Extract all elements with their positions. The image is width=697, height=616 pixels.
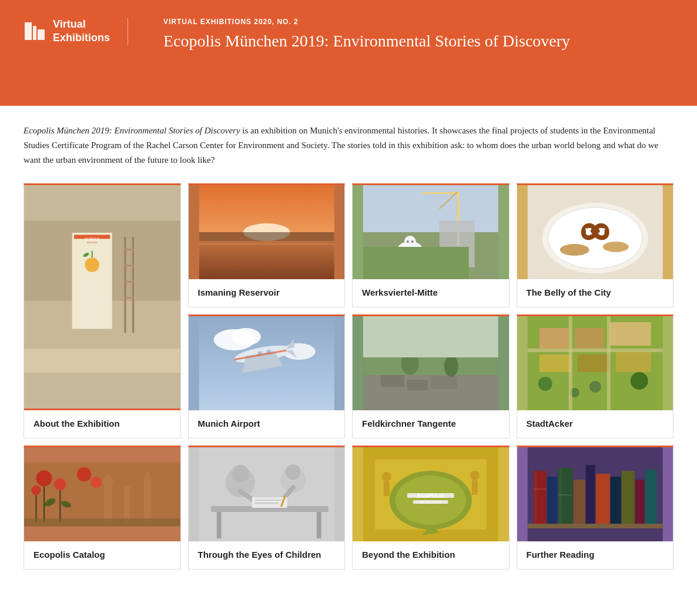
svg-rect-85 [104, 483, 112, 523]
svg-text:ECOPOLIS: ECOPOLIS [85, 238, 99, 241]
svg-rect-136 [534, 488, 545, 490]
main-content: Ecopolis München 2019: Environmental Sto… [0, 106, 697, 587]
svg-rect-59 [431, 376, 457, 389]
card-label: About the Exhibition [24, 409, 180, 438]
svg-rect-135 [645, 470, 656, 524]
card-belly-of-city[interactable]: The Belly of the City [517, 183, 674, 307]
card-ismaning-reservoir[interactable]: Ismaning Reservoir [188, 183, 346, 307]
svg-point-41 [585, 228, 587, 230]
svg-rect-119 [384, 481, 390, 496]
svg-rect-18 [24, 349, 180, 373]
svg-rect-57 [381, 375, 404, 387]
card-label: Ismaning Reservoir [189, 279, 345, 307]
svg-point-80 [54, 478, 66, 490]
svg-point-71 [538, 377, 552, 391]
svg-point-32 [407, 240, 409, 243]
svg-rect-98 [316, 512, 321, 538]
svg-rect-75 [568, 316, 572, 410]
card-label: Beyond the Exhibition [353, 541, 509, 569]
svg-rect-137 [558, 494, 572, 496]
logo-text: Virtual Exhibitions [53, 18, 110, 45]
svg-point-72 [589, 381, 601, 393]
svg-point-33 [411, 240, 414, 243]
svg-point-90 [77, 467, 92, 482]
site-logo[interactable]: Virtual Exhibitions [24, 18, 128, 45]
card-label: Further Reading [517, 541, 673, 569]
svg-point-37 [548, 207, 642, 269]
svg-rect-15 [124, 265, 134, 267]
svg-rect-27 [422, 192, 460, 194]
svg-rect-97 [216, 512, 221, 538]
svg-rect-123 [527, 524, 662, 528]
svg-rect-5 [72, 233, 112, 329]
card-label: The Belly of the City [517, 279, 673, 307]
svg-point-118 [382, 472, 391, 481]
svg-rect-12 [124, 237, 126, 333]
card-ecopolis-catalog[interactable]: Ecopolis Catalog [24, 446, 181, 570]
svg-rect-58 [407, 380, 428, 390]
svg-point-31 [404, 236, 416, 247]
svg-rect-126 [547, 477, 557, 524]
cards-grid: ECOPOLIS MÜNCHEN About th [24, 183, 673, 570]
card-munich-airport[interactable]: Munich Airport [188, 314, 346, 438]
card-feldkirchner-tangente[interactable]: Feldkirchner Tangente [352, 314, 510, 438]
svg-rect-0 [25, 22, 32, 40]
svg-point-39 [559, 244, 589, 256]
svg-rect-62 [363, 316, 498, 357]
svg-rect-66 [574, 328, 604, 349]
svg-point-73 [630, 372, 648, 390]
svg-point-42 [602, 228, 605, 230]
svg-point-103 [285, 464, 300, 480]
svg-rect-67 [609, 322, 651, 346]
svg-text:MÜNCHEN: MÜNCHEN [87, 242, 98, 245]
card-stadtacker[interactable]: StadtAcker [517, 314, 674, 438]
svg-rect-13 [132, 237, 134, 333]
svg-rect-2 [38, 29, 45, 40]
svg-rect-133 [621, 471, 634, 524]
svg-point-61 [444, 356, 458, 377]
page-header: Virtual Exhibitions Virtual Exhibitions … [0, 0, 697, 106]
logo-icon [24, 20, 46, 42]
svg-rect-21 [199, 241, 334, 279]
svg-rect-88 [144, 478, 151, 523]
svg-rect-92 [24, 518, 180, 527]
svg-rect-69 [577, 354, 609, 372]
svg-point-100 [231, 465, 249, 483]
card-through-eyes-children[interactable]: Through the Eyes of Children [188, 446, 346, 570]
card-label: StadtAcker [517, 410, 673, 438]
svg-rect-17 [124, 297, 134, 299]
page-title: Ecopolis München 2019: Environmental Sto… [163, 31, 570, 51]
card-beyond-exhibition[interactable]: ECOPOLIS MÜNCHEN Beyond the Exhibition [352, 446, 510, 570]
card-label: Feldkirchner Tangente [353, 410, 509, 438]
svg-point-9 [85, 258, 99, 273]
svg-rect-121 [472, 480, 478, 495]
card-label: Through the Eyes of Children [189, 541, 345, 569]
svg-rect-16 [124, 281, 134, 283]
card-about-exhibition[interactable]: ECOPOLIS MÜNCHEN About th [24, 183, 181, 438]
intro-italic: Ecopolis München 2019: Environmental Sto… [24, 126, 240, 135]
svg-text:MÜNCHEN: MÜNCHEN [420, 500, 441, 504]
card-further-reading[interactable]: Further Reading [517, 446, 674, 570]
svg-point-81 [31, 486, 41, 495]
svg-rect-130 [585, 465, 595, 524]
svg-rect-1 [33, 26, 36, 40]
svg-point-45 [231, 328, 260, 346]
svg-rect-65 [539, 328, 568, 349]
svg-rect-76 [606, 316, 610, 410]
svg-rect-128 [559, 469, 561, 523]
svg-point-40 [602, 242, 628, 252]
svg-rect-70 [615, 351, 651, 372]
card-werksviertel-mitte[interactable]: Werksviertel-Mitte [352, 183, 510, 307]
svg-rect-87 [124, 487, 130, 523]
svg-point-79 [36, 470, 52, 486]
header-title-area: Virtual Exhibitions 2020, No. 2 Ecopolis… [146, 18, 570, 51]
svg-rect-23 [199, 232, 334, 241]
svg-point-120 [470, 471, 480, 480]
svg-rect-34 [363, 247, 469, 279]
svg-rect-129 [573, 480, 585, 524]
svg-point-91 [91, 477, 102, 488]
svg-point-38 [590, 228, 599, 234]
intro-paragraph: Ecopolis München 2019: Environmental Sto… [24, 123, 670, 167]
card-label: Werksviertel-Mitte [353, 279, 509, 307]
svg-rect-134 [635, 480, 644, 524]
